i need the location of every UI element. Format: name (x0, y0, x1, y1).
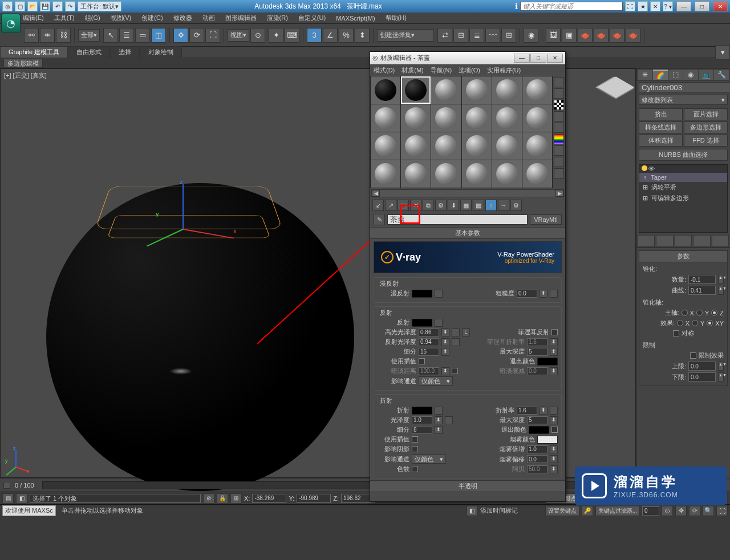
btn-extrude[interactable]: 挤出 (639, 108, 683, 120)
setkey-button[interactable]: 设置关键点 (545, 506, 579, 516)
window-crossing-icon[interactable]: ◫ (151, 28, 166, 43)
btn-splineselect[interactable]: 样条线选择 (639, 121, 683, 133)
menu-tools[interactable]: 工具(T) (54, 14, 75, 22)
axis-z-radio[interactable] (711, 310, 717, 316)
menu-maxscript[interactable]: MAXScript(M) (336, 15, 375, 22)
me-assign-icon[interactable]: ⬚ (398, 200, 409, 211)
material-icon[interactable]: ◉ (524, 28, 538, 43)
x-input[interactable] (252, 494, 286, 503)
btn-ffdselect[interactable]: FFD 选择 (684, 135, 728, 147)
teapot-c-icon[interactable]: 🫖 (626, 28, 640, 43)
object-name-input[interactable] (639, 82, 730, 92)
link-icon[interactable]: ⚯ (24, 28, 39, 43)
fog-swatch[interactable] (537, 436, 558, 444)
rollout-basic-hdr[interactable]: 基本参数 (370, 227, 565, 239)
me-close-button[interactable]: ✕ (547, 54, 563, 63)
stack-turbosmooth[interactable]: ⊞涡轮平滑 (639, 182, 727, 193)
app-menu-button[interactable]: ◔ (1, 14, 21, 33)
cp-display-icon[interactable]: 📺 (699, 70, 713, 80)
rough-map-btn[interactable] (550, 290, 558, 298)
mat-slot-3[interactable] (431, 76, 461, 104)
timeline-start-icon[interactable] (3, 482, 10, 489)
menu-help[interactable]: 帮助(H) (386, 14, 407, 22)
cp-modify-icon[interactable]: 🌈 (653, 70, 668, 80)
mat-slot-11[interactable] (492, 104, 522, 132)
add-timemarker[interactable]: 添加时间标记 (480, 506, 518, 515)
select-icon[interactable]: ↖ (103, 28, 118, 43)
effect-y-radio[interactable] (692, 320, 698, 326)
center-icon[interactable]: ⊙ (250, 28, 265, 43)
mat-slot-5[interactable] (492, 76, 522, 104)
time-config-icon[interactable]: ⏲ (662, 506, 673, 516)
fogbias-input[interactable] (527, 455, 548, 463)
scale-icon[interactable]: ⛶ (205, 28, 220, 43)
me-menu-nav[interactable]: 导航(N) (431, 66, 452, 75)
render-setup-icon[interactable]: 🖼 (546, 28, 561, 43)
teapot-b-icon[interactable]: 🫖 (610, 28, 624, 43)
render-frame-icon[interactable]: ▣ (562, 28, 577, 43)
abs-icon[interactable]: ⊞ (230, 493, 242, 504)
me-side-9[interactable] (554, 168, 564, 178)
manip-icon[interactable]: ✦ (269, 28, 283, 43)
mat-slot-12[interactable] (522, 104, 552, 132)
undo-icon[interactable]: ↶ (52, 1, 63, 11)
maximize-button[interactable]: □ (695, 1, 709, 11)
me-show-map-icon[interactable]: ▦ (460, 200, 472, 211)
frame-input[interactable] (642, 506, 659, 516)
nav-pan-icon[interactable]: ✥ (675, 506, 687, 516)
render-icon[interactable]: 🫖 (578, 28, 593, 43)
mat-slot-18[interactable] (522, 132, 552, 160)
y-input[interactable] (297, 494, 331, 503)
save-icon[interactable]: 💾 (40, 1, 50, 11)
select-name-icon[interactable]: ☰ (119, 28, 134, 43)
mat-slot-17[interactable] (492, 132, 522, 160)
stack-taper[interactable]: ♀Taper (639, 173, 727, 182)
me-hscroll[interactable]: ◀▶ (371, 189, 564, 197)
me-get-icon[interactable]: ↙ (372, 200, 384, 211)
selection-filter-dd[interactable]: 全部 ▾ (78, 29, 100, 42)
menu-animation[interactable]: 动画 (202, 14, 215, 22)
modifier-stack[interactable]: 👁 ♀Taper ⊞涡轮平滑 ⊞可编辑多边形 (639, 164, 728, 233)
schematic-icon[interactable]: ⊞ (501, 28, 516, 43)
mat-slot-22[interactable] (462, 160, 492, 188)
dimfall-input[interactable] (527, 367, 548, 375)
dispersion-check[interactable] (412, 466, 418, 472)
stack-remove-icon[interactable] (693, 235, 710, 246)
keyboard-icon[interactable]: ⌨ (285, 28, 299, 43)
mat-slot-19[interactable] (371, 160, 400, 188)
me-side-4[interactable] (554, 111, 564, 121)
cp-utilities-icon[interactable]: 🔧 (714, 70, 729, 80)
rotate-icon[interactable]: ⟳ (189, 28, 204, 43)
me-reset-icon[interactable]: ✕ (410, 200, 421, 211)
tab-selection[interactable]: 选择 (110, 46, 140, 58)
tb-a-icon[interactable]: ⛶ (625, 1, 635, 11)
taper-amount-input[interactable] (688, 275, 716, 284)
mat-slot-10[interactable] (462, 104, 492, 132)
btn-polyselect[interactable]: 多边形选择 (684, 121, 728, 133)
me-copy-icon[interactable]: ⧉ (423, 200, 434, 211)
nav-zoom-icon[interactable]: 🔍 (703, 506, 714, 516)
me-menu-utils[interactable]: 实用程序(U) (487, 66, 521, 75)
taper-curve-input[interactable] (688, 286, 716, 295)
tab-paint[interactable]: 对象绘制 (140, 46, 182, 58)
me-menu-mode[interactable]: 模式(D) (374, 66, 395, 75)
mat-slot-1[interactable] (371, 76, 400, 104)
l-button[interactable]: L (462, 328, 470, 336)
stack-config-icon[interactable] (712, 235, 729, 246)
btn-faceselect[interactable]: 面片选择 (684, 108, 728, 120)
help-search-input[interactable] (520, 2, 623, 11)
refl-interp-check[interactable] (419, 358, 425, 364)
selection-set-dd[interactable]: 创建选择集 ▾ (377, 29, 434, 42)
logo-icon[interactable]: ◎ (2, 1, 13, 11)
menu-grapheditors[interactable]: 图形编辑器 (225, 14, 257, 22)
me-make-unique-icon[interactable]: ⚙ (435, 200, 447, 211)
me-minimize-button[interactable]: — (514, 54, 530, 63)
teapot-a-icon[interactable]: 🫖 (594, 28, 609, 43)
rollout-translucency-hdr[interactable]: 半透明 (370, 480, 565, 492)
upper-input[interactable] (688, 362, 716, 371)
effect-xy-radio[interactable] (707, 320, 713, 326)
axis-x-radio[interactable] (682, 310, 688, 316)
roughness-input[interactable] (517, 290, 537, 298)
refl-depth-input[interactable] (527, 348, 548, 356)
fresnel-ior-input[interactable] (527, 338, 548, 346)
